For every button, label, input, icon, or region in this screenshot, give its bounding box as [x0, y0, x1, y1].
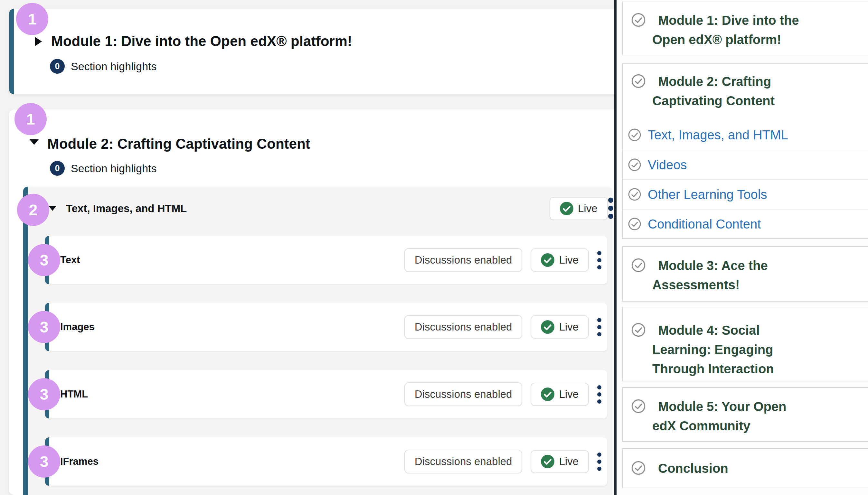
unit-card-html[interactable]: HTML Discussions enabled Live: [45, 370, 607, 419]
live-check-icon: [541, 320, 555, 334]
live-status-badge: Live: [531, 249, 589, 272]
annotation-badge: 2: [17, 194, 49, 226]
live-status-label: Live: [559, 254, 579, 266]
live-status-label: Live: [559, 388, 579, 400]
course-navigation-sidebar: Module 1: Dive into the Open edX® platfo…: [616, 0, 868, 495]
annotation-badge: 3: [28, 311, 60, 343]
collapse-caret-icon[interactable]: [49, 206, 56, 211]
live-check-icon: [541, 388, 555, 401]
section-highlights-button[interactable]: 0 Section highlights: [50, 161, 157, 176]
completion-check-icon: [628, 128, 641, 142]
discussions-enabled-badge: Discussions enabled: [404, 248, 523, 272]
completion-check-icon: [631, 74, 646, 88]
sidebar-item-label: Module 1: Dive into the Open edX® platfo…: [652, 11, 833, 49]
discussions-enabled-badge: Discussions enabled: [404, 382, 523, 406]
section-title: Module 1: Dive into the Open edX® platfo…: [51, 33, 352, 50]
sidebar-item-module-1[interactable]: Module 1: Dive into the Open edX® platfo…: [623, 11, 868, 49]
section-card-module-1: Module 1: Dive into the Open edX® platfo…: [9, 9, 614, 94]
unit-title: Text: [60, 254, 80, 266]
section-title: Module 2: Crafting Captivating Content: [47, 135, 310, 153]
section-card-module-2: Module 2: Crafting Captivating Content 0…: [9, 109, 614, 495]
live-status-badge: Live: [549, 197, 608, 220]
sidebar-card-module-4: Module 4: Social Learning: Engaging Thro…: [622, 307, 868, 381]
discussions-enabled-badge: Discussions enabled: [404, 450, 523, 474]
sidebar-card-module-5: Module 5: Your Open edX Community: [622, 387, 868, 442]
sidebar-link-label[interactable]: Videos: [648, 158, 687, 172]
annotation-badge: 3: [28, 378, 60, 410]
subsection-title: Text, Images, and HTML: [66, 202, 187, 216]
completion-check-icon: [631, 399, 646, 413]
completion-check-icon: [631, 13, 646, 27]
subsection-card: Text, Images, and HTML Live Text Discuss…: [23, 187, 612, 495]
collapse-caret-icon[interactable]: [30, 139, 39, 145]
kebab-menu-icon[interactable]: [608, 198, 613, 219]
sidebar-card-module-3: Module 3: Ace the Assessments!: [622, 246, 868, 302]
sidebar-subsection-list: Text, Images, and HTML Videos Other Lear…: [623, 120, 868, 238]
sidebar-item-module-3[interactable]: Module 3: Ace the Assessments!: [623, 256, 868, 294]
unit-card-images[interactable]: Images Discussions enabled Live: [45, 303, 607, 351]
sidebar-link-label[interactable]: Other Learning Tools: [648, 187, 767, 202]
course-outline-panel: Module 1: Dive into the Open edX® platfo…: [0, 0, 614, 495]
annotation-badge: 1: [15, 103, 47, 135]
sidebar-link-label[interactable]: Conditional Content: [648, 217, 761, 232]
live-status-badge: Live: [531, 315, 589, 339]
live-check-icon: [541, 455, 555, 468]
sidebar-item-module-4[interactable]: Module 4: Social Learning: Engaging Thro…: [623, 321, 868, 378]
discussions-enabled-label: Discussions enabled: [415, 321, 512, 333]
completion-check-icon: [628, 188, 641, 201]
sidebar-link-videos[interactable]: Videos: [623, 150, 868, 179]
highlights-count-badge: 0: [50, 59, 65, 74]
completion-check-icon: [631, 258, 646, 273]
sidebar-item-label: Module 5: Your Open edX Community: [652, 397, 833, 436]
unit-card-text[interactable]: Text Discussions enabled Live: [45, 236, 607, 284]
sidebar-item-label: Module 2: Crafting Captivating Content: [652, 72, 833, 110]
kebab-menu-icon[interactable]: [597, 453, 601, 471]
section-highlights-button[interactable]: 0 Section highlights: [50, 59, 157, 74]
discussions-enabled-label: Discussions enabled: [415, 388, 512, 400]
sidebar-card-module-2: Module 2: Crafting Captivating Content T…: [622, 63, 868, 239]
live-status-badge: Live: [531, 383, 589, 406]
discussions-enabled-label: Discussions enabled: [415, 254, 512, 266]
unit-title: IFrames: [60, 456, 99, 467]
annotation-badge: 3: [28, 445, 60, 478]
kebab-menu-icon[interactable]: [597, 251, 601, 269]
highlights-count-badge: 0: [50, 161, 65, 176]
highlights-label: Section highlights: [71, 162, 157, 175]
unit-title: HTML: [60, 389, 88, 400]
sidebar-item-label: Module 4: Social Learning: Engaging Thro…: [652, 321, 833, 378]
sidebar-card-conclusion: Conclusion: [622, 448, 868, 488]
unit-title: Images: [60, 321, 95, 333]
highlights-label: Section highlights: [71, 60, 157, 73]
live-status-label: Live: [559, 321, 579, 333]
annotation-badge: 3: [28, 244, 60, 276]
live-status-label: Live: [578, 202, 598, 215]
sidebar-link-conditional-content[interactable]: Conditional Content: [623, 209, 868, 238]
unit-card-iframes[interactable]: IFrames Discussions enabled Live: [45, 438, 607, 486]
kebab-menu-icon[interactable]: [597, 385, 601, 404]
live-check-icon: [560, 202, 574, 215]
sidebar-card-module-1: Module 1: Dive into the Open edX® platfo…: [622, 2, 868, 55]
sidebar-item-label: Conclusion: [652, 459, 833, 478]
completion-check-icon: [628, 217, 641, 231]
kebab-menu-icon[interactable]: [597, 318, 601, 336]
sidebar-item-module-5[interactable]: Module 5: Your Open edX Community: [623, 397, 868, 436]
completion-check-icon: [631, 323, 646, 337]
panel-divider: [614, 0, 616, 495]
sidebar-link-text-images-html[interactable]: Text, Images, and HTML: [623, 120, 868, 150]
sidebar-item-conclusion[interactable]: Conclusion: [623, 459, 868, 478]
live-check-icon: [541, 253, 555, 267]
expand-caret-icon[interactable]: [35, 37, 42, 46]
discussions-enabled-label: Discussions enabled: [415, 456, 512, 468]
live-status-badge: Live: [531, 450, 589, 473]
discussions-enabled-badge: Discussions enabled: [404, 315, 523, 339]
completion-check-icon: [628, 158, 641, 172]
annotation-badge: 1: [16, 3, 48, 35]
completion-check-icon: [631, 461, 646, 475]
sidebar-item-label: Module 3: Ace the Assessments!: [652, 256, 833, 294]
sidebar-item-module-2[interactable]: Module 2: Crafting Captivating Content: [623, 72, 868, 110]
live-status-label: Live: [559, 456, 579, 468]
sidebar-link-label[interactable]: Text, Images, and HTML: [648, 128, 788, 142]
sidebar-link-other-learning-tools[interactable]: Other Learning Tools: [623, 179, 868, 209]
